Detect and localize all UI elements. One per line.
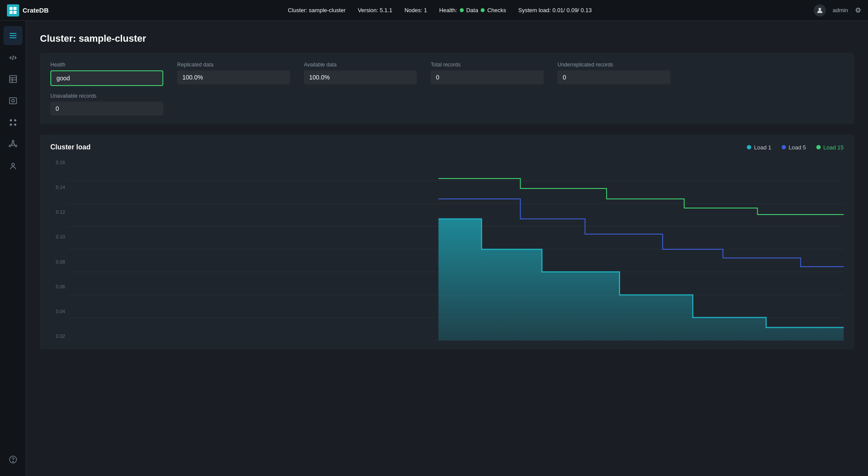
- nodes-label: Nodes: 1: [404, 7, 427, 13]
- sidebar-item-cluster[interactable]: [3, 135, 23, 154]
- svg-point-17: [10, 124, 12, 126]
- svg-rect-2: [10, 11, 13, 14]
- sidebar-item-views[interactable]: [3, 91, 23, 110]
- logo[interactable]: CrateDB: [7, 4, 49, 17]
- cluster-load-card: Cluster load Load 1 Load 5 Load 15: [40, 135, 854, 349]
- svg-rect-6: [10, 35, 17, 36]
- y-label-0: 0.02: [50, 334, 68, 339]
- stat-available-value: 100.0%: [304, 70, 417, 84]
- stat-unavailable: Unavailable records 0: [50, 93, 163, 116]
- legend-load1-dot: [747, 145, 751, 149]
- svg-point-15: [10, 119, 12, 122]
- stat-replicated-label: Replicated data: [177, 62, 290, 68]
- y-label-2: 0.06: [50, 284, 68, 289]
- stat-total-label: Total records: [431, 62, 544, 68]
- svg-rect-13: [10, 98, 17, 104]
- settings-icon[interactable]: ⚙: [855, 6, 861, 14]
- cluster-label: Cluster: sample-cluster: [288, 7, 346, 13]
- sidebar-item-editor[interactable]: [3, 48, 23, 67]
- legend: Load 1 Load 5 Load 15: [747, 144, 844, 151]
- stat-unavailable-label: Unavailable records: [50, 93, 163, 99]
- sidebar-item-users[interactable]: [3, 156, 23, 175]
- svg-line-8: [13, 56, 13, 60]
- svg-rect-3: [13, 11, 17, 14]
- logo-icon: [7, 4, 19, 17]
- legend-load1-label: Load 1: [754, 144, 771, 151]
- stat-unavailable-value: 0: [50, 102, 163, 116]
- legend-load1: Load 1: [747, 144, 771, 151]
- stats-card: Health good Replicated data 100.0% Avail…: [40, 53, 854, 124]
- stat-available: Available data 100.0%: [304, 62, 417, 86]
- y-label-5: 0.12: [50, 209, 68, 215]
- load-header: Cluster load Load 1 Load 5 Load 15: [50, 143, 844, 151]
- stat-total-value: 0: [431, 70, 544, 84]
- stats-grid-row2: Unavailable records 0: [50, 93, 844, 116]
- load15-line: [439, 178, 844, 215]
- svg-line-25: [10, 145, 12, 146]
- y-label-4: 0.10: [50, 234, 68, 239]
- stat-available-label: Available data: [304, 62, 417, 68]
- top-navbar: CrateDB Cluster: sample-cluster Version:…: [0, 0, 868, 21]
- health-checks-dot: [481, 8, 485, 12]
- sidebar-item-nodes[interactable]: [3, 113, 23, 132]
- chart-svg-area: [68, 158, 844, 340]
- svg-rect-5: [10, 33, 17, 34]
- logo-text: CrateDB: [23, 7, 49, 14]
- sidebar: [0, 21, 26, 476]
- legend-load15-dot: [816, 145, 821, 149]
- svg-point-26: [12, 163, 14, 166]
- svg-point-4: [818, 8, 821, 10]
- legend-load5-dot: [782, 145, 786, 149]
- svg-point-19: [12, 143, 14, 145]
- stat-total: Total records 0: [431, 62, 544, 86]
- stat-underreplicated: Underreplicated records 0: [558, 62, 670, 86]
- svg-point-16: [14, 119, 16, 122]
- stat-underreplicated-label: Underreplicated records: [558, 62, 670, 68]
- sidebar-item-overview[interactable]: [3, 26, 23, 45]
- y-label-7: 0.16: [50, 160, 68, 165]
- stats-grid: Health good Replicated data 100.0% Avail…: [50, 62, 844, 86]
- topnav-cluster-info: Cluster: sample-cluster Version: 5.1.1 N…: [66, 7, 814, 13]
- system-load: System load: 0.01/ 0.09/ 0.13: [518, 7, 592, 13]
- stat-health-value: good: [50, 70, 163, 86]
- y-label-6: 0.14: [50, 185, 68, 190]
- chart-wrapper: 0.02 0.04 0.06 0.08 0.10 0.12 0.14 0.16: [50, 158, 844, 340]
- health-indicator: Health: Data Checks: [439, 7, 506, 13]
- y-label-3: 0.08: [50, 259, 68, 264]
- stat-replicated-value: 100.0%: [177, 70, 290, 84]
- stat-health: Health good: [50, 62, 163, 86]
- svg-rect-1: [13, 7, 17, 10]
- username: admin: [833, 7, 848, 13]
- main-content: Cluster: sample-cluster Health good Repl…: [26, 21, 868, 476]
- y-axis: 0.02 0.04 0.06 0.08 0.10 0.12 0.14 0.16: [50, 158, 68, 340]
- version-label: Version: 5.1.1: [358, 7, 393, 13]
- legend-load15-label: Load 15: [823, 144, 844, 151]
- stat-health-label: Health: [50, 62, 163, 68]
- stat-replicated: Replicated data 100.0%: [177, 62, 290, 86]
- user-avatar[interactable]: [814, 4, 826, 17]
- topnav-right: admin ⚙: [814, 4, 861, 17]
- svg-point-20: [12, 140, 14, 142]
- load-title: Cluster load: [50, 143, 90, 151]
- legend-load5-label: Load 5: [789, 144, 806, 151]
- svg-line-24: [14, 145, 15, 146]
- sidebar-item-help[interactable]: [3, 450, 23, 469]
- page-title: Cluster: sample-cluster: [40, 33, 854, 44]
- svg-point-28: [13, 461, 13, 462]
- stat-underreplicated-value: 0: [558, 70, 670, 84]
- svg-rect-9: [10, 76, 17, 83]
- legend-load15: Load 15: [816, 144, 844, 151]
- svg-point-18: [14, 124, 16, 126]
- health-data-dot: [460, 8, 464, 12]
- legend-load5: Load 5: [782, 144, 806, 151]
- svg-rect-7: [10, 37, 17, 38]
- svg-rect-0: [10, 7, 13, 10]
- chart-svg: [68, 158, 844, 340]
- svg-point-14: [12, 99, 14, 102]
- sidebar-item-tables[interactable]: [3, 69, 23, 89]
- load1-area: [439, 219, 844, 340]
- y-label-1: 0.04: [50, 309, 68, 314]
